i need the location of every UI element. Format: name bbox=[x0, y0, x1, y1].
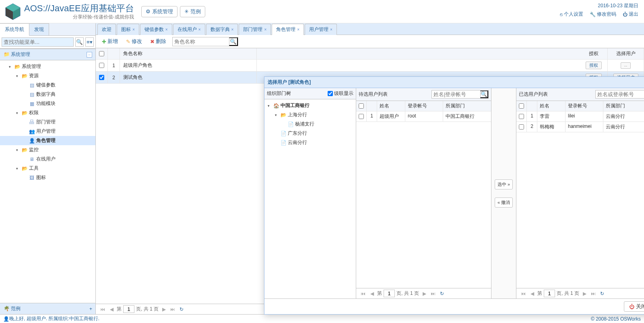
logout-link[interactable]: ⏻退出 bbox=[623, 11, 638, 18]
header-sample-button[interactable]: ✳范例 bbox=[180, 6, 205, 17]
bug-icon: ✳ bbox=[184, 8, 189, 14]
close-icon[interactable]: × bbox=[132, 27, 135, 32]
close-icon[interactable]: × bbox=[297, 27, 299, 32]
dept-tree-sh[interactable]: ▾📂上海分行 bbox=[264, 110, 356, 119]
add-button[interactable]: ✚新增 bbox=[98, 36, 122, 47]
close-icon[interactable]: × bbox=[165, 27, 168, 32]
brand-slogan: 分享经验-传递价值-成就你我 bbox=[24, 14, 134, 21]
tab-dict[interactable]: 数据字典× bbox=[206, 24, 238, 35]
delete-button[interactable]: ✖删除 bbox=[147, 36, 170, 47]
close-icon[interactable]: × bbox=[231, 27, 234, 32]
tree-online[interactable]: 🖥在线用户 bbox=[0, 154, 95, 164]
move-right-button[interactable]: 选中 » bbox=[495, 179, 513, 189]
sel-search-input[interactable] bbox=[596, 91, 644, 98]
dept-tree-yp[interactable]: 📄杨浦支行 bbox=[264, 119, 356, 129]
row-checkbox[interactable] bbox=[99, 75, 104, 80]
tab-online[interactable]: 在线用户× bbox=[173, 24, 205, 35]
tree-role[interactable]: 👤角色管理 bbox=[0, 136, 95, 145]
cascade-checkbox[interactable] bbox=[328, 91, 333, 96]
dept-tree-gd[interactable]: 📄广东分行 bbox=[264, 129, 356, 138]
last-page-icon[interactable]: ⏭ bbox=[590, 290, 597, 297]
tree-tools[interactable]: ▾📂工具 bbox=[0, 164, 95, 173]
avail-row-checkbox[interactable] bbox=[359, 114, 364, 119]
tree-mod[interactable]: ▦功能模块 bbox=[0, 99, 95, 108]
sidebar-search-input[interactable] bbox=[2, 38, 73, 46]
collapse-icon[interactable]: − bbox=[87, 52, 92, 58]
sidebar-tab-discover[interactable]: 发现 bbox=[29, 23, 49, 35]
accordion-sample[interactable]: 🌴 范例 + bbox=[0, 303, 95, 314]
toolbar-search-button[interactable]: 🔍 bbox=[229, 37, 238, 46]
expand-icon[interactable]: + bbox=[89, 306, 92, 312]
header: AOS://JavaEE应用基础平台 分享经验-传递价值-成就你我 ⚙系统管理 … bbox=[0, 0, 644, 23]
sel-row-checkbox[interactable] bbox=[519, 124, 524, 130]
power-icon: ⏻ bbox=[629, 304, 634, 310]
sel-row-checkbox[interactable] bbox=[519, 114, 524, 119]
tree-sys[interactable]: ▾📂系统管理 bbox=[0, 62, 95, 71]
accordion-sys[interactable]: 📁 系统管理 − bbox=[0, 49, 95, 60]
avail-row[interactable]: 1 超级用户 root 中国工商银行 bbox=[356, 111, 491, 122]
refresh-icon[interactable]: ↻ bbox=[178, 306, 185, 313]
grid-row[interactable]: 1 超级用户角色 授权 -- bbox=[96, 60, 644, 72]
next-page-icon[interactable]: ▶ bbox=[160, 306, 167, 313]
first-page-icon[interactable]: ⏮ bbox=[520, 290, 527, 297]
change-password-link[interactable]: 🔧修改密码 bbox=[590, 11, 616, 18]
close-icon[interactable]: × bbox=[264, 27, 266, 32]
avail-select-all[interactable] bbox=[359, 103, 364, 109]
avail-pager: ⏮ ◀ 第 页, 共 1 页 ▶ ⏭ ↻ bbox=[356, 288, 491, 298]
next-page-icon[interactable]: ▶ bbox=[421, 290, 428, 297]
tab-dept[interactable]: 部门管理× bbox=[239, 24, 271, 35]
dept-tree-root[interactable]: ▾🏠中国工商银行 bbox=[264, 101, 356, 110]
prev-page-icon[interactable]: ◀ bbox=[368, 290, 376, 297]
personal-settings-link[interactable]: ⎋个人设置 bbox=[560, 11, 583, 18]
tree-dept[interactable]: 品部门管理 bbox=[0, 117, 95, 127]
sidebar-menu-button[interactable]: ≡▾ bbox=[85, 37, 94, 47]
sel-row[interactable]: 2 韩梅梅 hanmeimei 云南分行 bbox=[516, 122, 644, 132]
tree-user[interactable]: 👥用户管理 bbox=[0, 127, 95, 136]
header-date: 2016-10-23 星期日 bbox=[560, 2, 638, 9]
header-sys-button[interactable]: ⚙系统管理 bbox=[141, 6, 178, 17]
next-page-icon[interactable]: ▶ bbox=[581, 290, 588, 297]
edit-button[interactable]: ✎修改 bbox=[122, 36, 146, 47]
close-icon[interactable]: × bbox=[198, 27, 201, 32]
dialog-close-button[interactable]: ⏻关闭 bbox=[624, 301, 644, 312]
prev-page-icon[interactable]: ◀ bbox=[528, 290, 536, 297]
tab-welcome[interactable]: 欢迎 bbox=[97, 24, 116, 35]
sel-select-all[interactable] bbox=[519, 103, 524, 109]
first-page-icon[interactable]: ⏮ bbox=[359, 290, 367, 297]
refresh-icon[interactable]: ↻ bbox=[599, 290, 606, 297]
toolbar-search-input[interactable] bbox=[173, 37, 229, 46]
row-checkbox[interactable] bbox=[99, 63, 104, 68]
tree-dict[interactable]: ▤数据字典 bbox=[0, 90, 95, 99]
page-input[interactable] bbox=[123, 305, 134, 313]
sidebar-search-button[interactable]: 🔍 bbox=[75, 37, 84, 47]
last-page-icon[interactable]: ⏭ bbox=[169, 306, 176, 313]
first-page-icon[interactable]: ⏮ bbox=[99, 306, 106, 313]
auth-button[interactable]: 授权 bbox=[586, 62, 602, 69]
refresh-icon[interactable]: ↻ bbox=[438, 290, 446, 297]
avail-search-input[interactable] bbox=[432, 91, 480, 98]
move-left-button[interactable]: « 撤消 bbox=[495, 198, 513, 208]
tree-perm[interactable]: ▾📂权限 bbox=[0, 108, 95, 117]
tree-icon[interactable]: 🖼图标 bbox=[0, 173, 95, 182]
grid-header: 角色名称 授权 选择用户 bbox=[96, 48, 644, 60]
tab-kv[interactable]: 键值参数× bbox=[140, 24, 172, 35]
avail-search-button[interactable]: 🔍 bbox=[480, 91, 488, 98]
tree-monitor[interactable]: ▾📂监控 bbox=[0, 145, 95, 154]
dialog-title-bar[interactable]: 选择用户 [测试角色] ✕ bbox=[264, 77, 644, 88]
tab-user[interactable]: 用户管理× bbox=[305, 24, 337, 35]
sel-page-input[interactable] bbox=[544, 290, 555, 297]
select-all-checkbox[interactable] bbox=[99, 51, 104, 56]
prev-page-icon[interactable]: ◀ bbox=[108, 306, 115, 313]
col-sel: 选择用户 bbox=[608, 48, 644, 59]
tab-icon[interactable]: 图标× bbox=[117, 24, 139, 35]
copyright: © 2008-2015 OSWorks bbox=[591, 316, 641, 322]
tree-kv[interactable]: ▤键值参数 bbox=[0, 80, 95, 90]
tab-role[interactable]: 角色管理× bbox=[272, 24, 304, 35]
dept-tree-yn[interactable]: 📄云南分行 bbox=[264, 138, 356, 147]
close-icon[interactable]: × bbox=[330, 27, 332, 32]
sidebar-tab-nav[interactable]: 系统导航 bbox=[0, 23, 29, 36]
last-page-icon[interactable]: ⏭ bbox=[429, 290, 437, 297]
avail-page-input[interactable] bbox=[384, 290, 395, 297]
tree-res[interactable]: ▾📂资源 bbox=[0, 71, 95, 80]
sel-row[interactable]: 1 李雷 lilei 云南分行 bbox=[516, 111, 644, 122]
